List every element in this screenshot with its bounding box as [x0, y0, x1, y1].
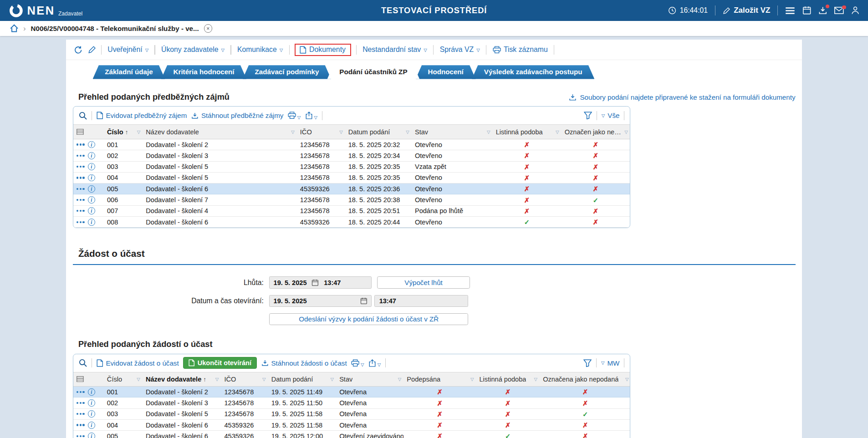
column-filter-icon[interactable]: ▽ — [398, 377, 401, 382]
column-filter-icon[interactable]: ▽ — [137, 377, 140, 382]
menu-item-sprava-vz[interactable]: Správa VZ▽ — [439, 45, 481, 55]
create-vz-button[interactable]: Založit VZ — [723, 6, 771, 15]
row-info-icon[interactable]: i — [88, 174, 95, 182]
row-menu-icon[interactable] — [77, 166, 85, 168]
row-menu-icon[interactable] — [77, 155, 85, 157]
column-filter-icon[interactable]: ▽ — [487, 129, 490, 134]
opening-time-field[interactable]: 13:47 — [374, 295, 469, 307]
column-header-cislo[interactable]: Číslo▽ — [104, 372, 143, 387]
row-info-icon[interactable]: i — [88, 422, 95, 429]
row-info-icon[interactable]: i — [88, 163, 95, 170]
row-info-icon[interactable]: i — [88, 185, 95, 193]
row-menu-icon[interactable] — [77, 424, 85, 426]
home-button[interactable] — [10, 24, 18, 32]
tab-zakladni-udaje[interactable]: Základní údaje — [93, 65, 165, 79]
table-row[interactable]: i002Dodavatel - školení 31234567819. 5. … — [73, 397, 631, 408]
submission-files-link[interactable]: Soubory podání najdete připravené ke sta… — [569, 93, 795, 101]
filter-icon[interactable] — [584, 112, 592, 119]
history-button[interactable] — [74, 46, 82, 54]
export-menu-button[interactable]: ▽ — [305, 112, 317, 119]
row-menu-icon[interactable] — [77, 188, 85, 190]
row-menu-icon[interactable] — [77, 391, 85, 393]
column-filter-icon[interactable]: ▽ — [624, 129, 628, 134]
column-filter-icon[interactable]: ▽ — [625, 377, 628, 382]
menu-item-dokumenty[interactable]: Dokumenty — [295, 44, 351, 56]
column-header-ico[interactable]: IČO▽ — [221, 372, 268, 387]
row-info-icon[interactable]: i — [88, 433, 95, 438]
column-filter-icon[interactable]: ▽ — [339, 129, 342, 134]
search-icon[interactable] — [79, 359, 87, 367]
column-header-listinna-podoba[interactable]: Listinná podoba▽ — [476, 372, 540, 387]
tab-hodnoceni[interactable]: Hodnocení — [416, 65, 476, 79]
row-menu-icon[interactable] — [77, 143, 85, 145]
calendar-icon[interactable] — [360, 297, 368, 305]
column-header-oznacena-jako-nepodana[interactable]: Označena jako nepodaná▽ — [540, 372, 631, 387]
row-menu-icon[interactable] — [77, 402, 85, 404]
table-row[interactable]: i003Dodavatel - školení 51234567819. 5. … — [73, 408, 631, 419]
download-preliminary-interests-button[interactable]: Stáhnout předběžné zájmy — [191, 112, 283, 119]
calendar-icon[interactable] — [311, 279, 319, 286]
column-chooser[interactable] — [73, 372, 104, 387]
tab-vysledek-zadavaciho-postupu[interactable]: Výsledek zadávacího postupu — [472, 65, 594, 79]
row-menu-icon[interactable] — [77, 210, 85, 212]
column-header-stav[interactable]: Stav▽ — [336, 372, 403, 387]
table-row[interactable]: i005Dodavatel - školení 64535932618. 5. … — [73, 183, 630, 194]
opening-date-field[interactable]: 19. 5. 2025 — [269, 295, 372, 307]
table-row[interactable]: i008Dodavatel - školení 64535932618. 5. … — [73, 217, 630, 228]
row-info-icon[interactable]: i — [88, 196, 95, 204]
close-record-icon[interactable]: × — [204, 24, 212, 32]
column-header-nazev-dodavatele[interactable]: Název dodavatele ↑▽ — [143, 372, 221, 387]
downloads-button[interactable] — [818, 6, 827, 15]
row-menu-icon[interactable] — [77, 177, 85, 178]
table-row[interactable]: i001Dodavatel - školení 21234567818. 5. … — [73, 139, 630, 150]
column-filter-icon[interactable]: ▽ — [331, 377, 334, 382]
table-row[interactable]: i007Dodavatel - školení 41234567818. 5. … — [73, 205, 630, 216]
column-header-cislo[interactable]: Číslo ↑▽ — [104, 125, 143, 139]
view-selector[interactable]: ▽ Vše — [602, 112, 620, 119]
column-header-stav[interactable]: Stav▽ — [412, 125, 493, 139]
column-filter-icon[interactable]: ▽ — [137, 129, 140, 134]
search-icon[interactable] — [79, 112, 87, 120]
column-chooser-icon[interactable] — [77, 376, 84, 382]
messages-button[interactable] — [834, 7, 844, 14]
table-row[interactable]: i001Dodavatel - školení 21234567819. 5. … — [73, 387, 631, 397]
filter-icon[interactable] — [583, 359, 592, 367]
row-menu-icon[interactable] — [77, 435, 85, 437]
table-row[interactable]: i004Dodavatel - školení 64535932619. 5. … — [73, 419, 631, 430]
column-filter-icon[interactable]: ▽ — [215, 377, 219, 382]
column-header-nazev-dodavatele[interactable]: Název dodavatele▽ — [143, 125, 297, 139]
table-row[interactable]: i006Dodavatel - školení 71234567818. 5. … — [73, 194, 630, 205]
row-info-icon[interactable]: i — [88, 141, 95, 148]
table-row[interactable]: i002Dodavatel - školení 31234567818. 5. … — [73, 150, 630, 161]
row-info-icon[interactable]: i — [88, 152, 95, 159]
column-filter-icon[interactable]: ▽ — [406, 129, 409, 134]
view-selector[interactable]: ▽ MW — [601, 359, 620, 367]
user-profile-button[interactable] — [851, 6, 859, 15]
tab-zadavaci-podminky[interactable]: Zadávací podmínky — [243, 65, 331, 79]
breadcrumb-item[interactable]: N006/25/V00004748 - Telekomunikační služ… — [31, 25, 199, 32]
calendar-button[interactable] — [802, 6, 811, 15]
column-header-datum-podani[interactable]: Datum podání▽ — [268, 372, 336, 387]
column-header-podepsana[interactable]: Podepsána▽ — [403, 372, 476, 387]
row-menu-icon[interactable] — [77, 413, 85, 415]
export-menu-button[interactable]: ▽ — [368, 359, 381, 367]
column-filter-icon[interactable]: ▽ — [470, 377, 474, 382]
column-filter-icon[interactable]: ▽ — [556, 129, 559, 134]
row-info-icon[interactable]: i — [88, 207, 95, 214]
menu-item-uverejneni[interactable]: Uveřejnění▽ — [107, 45, 150, 55]
row-menu-icon[interactable] — [77, 199, 85, 201]
column-header-ico[interactable]: IČO▽ — [297, 125, 345, 139]
register-preliminary-interest-button[interactable]: Evidovat předběžný zájem — [97, 112, 187, 119]
send-invitation-button[interactable]: Odeslání výzvy k podání žádosti o účast … — [269, 313, 468, 326]
column-chooser-icon[interactable] — [77, 129, 84, 135]
print-menu-button[interactable]: ▽ — [288, 112, 301, 119]
menu-item-nestandardni-stav[interactable]: Nestandardní stav▽ — [362, 45, 428, 55]
main-menu-button[interactable] — [785, 7, 795, 15]
tab-podani-ucastniku-zp[interactable]: Podání účastníků ZP — [327, 65, 420, 79]
column-chooser[interactable] — [73, 125, 104, 139]
column-filter-icon[interactable]: ▽ — [534, 377, 537, 382]
column-header-datum-podani[interactable]: Datum podání▽ — [345, 125, 411, 139]
menu-item-tisk-zaznamu[interactable]: Tisk záznamu — [491, 45, 549, 55]
row-info-icon[interactable]: i — [88, 410, 95, 418]
nen-logo[interactable]: NEN Zadavatel — [9, 3, 82, 18]
